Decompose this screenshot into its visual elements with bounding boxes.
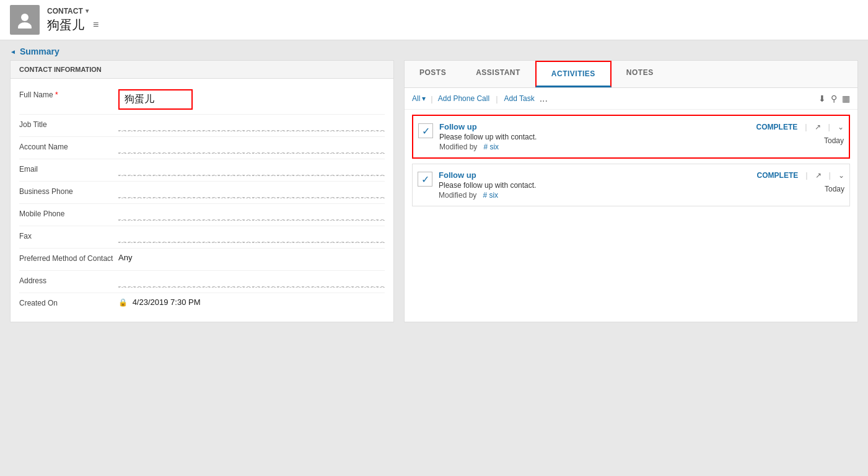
tabs-bar: POSTS ASSISTANT ACTIVITIES NOTES [405, 61, 857, 88]
activity-date-1: Today [824, 136, 844, 145]
field-value-email[interactable] [118, 164, 385, 176]
page-content: ◄ Summary CONTACT INFORMATION Full Name … [0, 40, 868, 332]
activity-title-2[interactable]: Follow up [439, 170, 751, 180]
toolbar-right: ⬇ ⚲ ▦ [818, 94, 850, 104]
activity-expand-icon-1[interactable]: ↗ [815, 123, 821, 131]
field-row-address: Address [19, 271, 385, 293]
field-label-createdon: Created On [19, 298, 118, 307]
activity-checkbox-1[interactable]: ✓ [418, 123, 433, 138]
contact-label[interactable]: CONTACT ▾ [47, 7, 99, 15]
contact-label-text: CONTACT [47, 7, 83, 15]
activity-body-1: Follow up Please follow up with contact.… [439, 122, 750, 151]
field-value-jobtitle[interactable] [118, 119, 385, 131]
tab-notes[interactable]: NOTES [612, 61, 669, 87]
field-label-businessphone: Business Phone [19, 186, 118, 196]
header-info: CONTACT ▾ 狗蛋儿 ≡ [47, 7, 99, 33]
field-value-createdon: 🔒 4/23/2019 7:30 PM [118, 298, 385, 307]
activity-collapse-icon-2[interactable]: ⌄ [838, 171, 844, 180]
field-row-mobilephone: Mobile Phone [19, 204, 385, 226]
tab-activities[interactable]: ACTIVITIES [535, 61, 612, 87]
field-row-fax: Fax [19, 226, 385, 249]
avatar [10, 5, 40, 35]
activity-desc-2: Please follow up with contact. [439, 181, 751, 190]
contact-info-panel: CONTACT INFORMATION Full Name * 狗蛋儿 Job … [10, 60, 394, 322]
field-value-fax[interactable] [118, 231, 385, 243]
field-row-email: Email [19, 159, 385, 182]
activities-toolbar: All ▾ | Add Phone Call | Add Task ... ⬇ … [405, 88, 857, 110]
activity-right-1: COMPLETE | ↗ | ⌄ Today [756, 122, 844, 145]
activity-item-2: ✓ Follow up Please follow up with contac… [412, 164, 850, 206]
field-label-mobilephone: Mobile Phone [19, 208, 118, 218]
field-label-address: Address [19, 275, 118, 285]
svg-point-1 [18, 22, 32, 29]
field-value-address[interactable] [118, 275, 385, 288]
field-label-accountname: Account Name [19, 141, 118, 151]
field-row-createdon: Created On 🔒 4/23/2019 7:30 PM [19, 293, 385, 315]
add-phone-call-button[interactable]: Add Phone Call [438, 94, 489, 103]
collapse-triangle-icon: ◄ [10, 48, 16, 55]
field-row-preferred-contact: Preferred Method of Contact Any [19, 249, 385, 271]
field-label-jobtitle: Job Title [19, 119, 118, 129]
field-row-fullname: Full Name * 狗蛋儿 [19, 85, 385, 115]
tab-posts[interactable]: POSTS [405, 61, 461, 87]
activity-desc-1: Please follow up with contact. [439, 133, 750, 141]
view-icon[interactable]: ▦ [842, 94, 850, 104]
contact-info-panel-body: Full Name * 狗蛋儿 Job Title Account Name [11, 79, 393, 322]
field-value-mobilephone[interactable] [118, 208, 385, 221]
hamburger-menu-icon[interactable]: ≡ [93, 19, 99, 30]
field-row-businessphone: Business Phone [19, 182, 385, 204]
field-value-accountname[interactable] [118, 141, 385, 154]
tab-assistant[interactable]: ASSISTANT [461, 61, 535, 87]
activity-modified-2: Modified by # six [439, 191, 751, 200]
activity-modified-by-link-1[interactable]: # six [483, 143, 499, 151]
field-label-preferred-contact: Preferred Method of Contact [19, 253, 118, 263]
activities-list: ✓ Follow up Please follow up with contac… [405, 110, 857, 216]
activity-date-2: Today [825, 185, 844, 193]
summary-label: Summary [20, 46, 59, 56]
field-row-accountname: Account Name [19, 137, 385, 159]
toolbar-pipe-1: | [431, 94, 432, 104]
field-row-jobtitle: Job Title [19, 115, 385, 137]
field-label-email: Email [19, 164, 118, 174]
field-label-fullname: Full Name * [19, 89, 118, 99]
top-bar: CONTACT ▾ 狗蛋儿 ≡ [0, 0, 868, 40]
add-task-button[interactable]: Add Task [504, 94, 535, 103]
activity-modified-by-link-2[interactable]: # six [483, 191, 498, 200]
field-value-fullname[interactable]: 狗蛋儿 [118, 89, 193, 110]
activity-actions-1: COMPLETE | ↗ | ⌄ [756, 122, 844, 131]
contact-dropdown-arrow[interactable]: ▾ [85, 7, 89, 14]
activity-actions-2: COMPLETE | ↗ | ⌄ [757, 170, 844, 180]
field-label-fax: Fax [19, 231, 118, 240]
filter-all-button[interactable]: All ▾ [412, 94, 426, 103]
activity-right-2: COMPLETE | ↗ | ⌄ Today [757, 170, 844, 193]
activity-item-1: ✓ Follow up Please follow up with contac… [412, 115, 850, 159]
contact-info-panel-header: CONTACT INFORMATION [11, 61, 393, 79]
activity-collapse-icon-1[interactable]: ⌄ [838, 123, 844, 131]
activity-title-1[interactable]: Follow up [439, 122, 750, 131]
sort-down-icon[interactable]: ⬇ [818, 94, 826, 104]
activity-expand-icon-2[interactable]: ↗ [815, 171, 822, 180]
activity-body-2: Follow up Please follow up with contact.… [439, 170, 751, 200]
svg-point-0 [21, 14, 28, 21]
summary-section-header[interactable]: ◄ Summary [10, 40, 858, 60]
contact-name: 狗蛋儿 [47, 17, 84, 33]
lock-icon: 🔒 [118, 298, 128, 307]
field-value-businessphone[interactable] [118, 186, 385, 198]
activity-complete-1[interactable]: COMPLETE [756, 123, 798, 131]
required-star: * [55, 90, 58, 99]
activity-modified-1: Modified by # six [439, 143, 750, 151]
right-panel: POSTS ASSISTANT ACTIVITIES NOTES All ▾ |… [404, 60, 858, 322]
more-options-button[interactable]: ... [540, 93, 548, 104]
filter-icon[interactable]: ⚲ [831, 94, 837, 104]
activity-complete-2[interactable]: COMPLETE [757, 171, 799, 180]
main-two-col: CONTACT INFORMATION Full Name * 狗蛋儿 Job … [10, 60, 858, 322]
field-value-preferred-contact[interactable]: Any [118, 253, 385, 262]
activity-checkbox-2[interactable]: ✓ [418, 172, 432, 187]
